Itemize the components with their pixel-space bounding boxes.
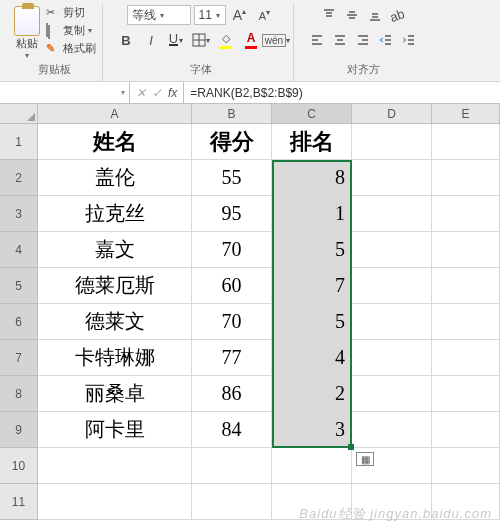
column-header-d[interactable]: D (352, 104, 432, 124)
cell-c3[interactable]: 1 (272, 196, 352, 232)
row-header-11[interactable]: 11 (0, 484, 38, 520)
cell-b8[interactable]: 86 (192, 376, 272, 412)
align-bottom-button[interactable] (364, 4, 386, 26)
cell-c8[interactable]: 2 (272, 376, 352, 412)
cancel-formula-button[interactable]: ✕ (136, 86, 146, 100)
row-header-6[interactable]: 6 (0, 304, 38, 340)
bold-button[interactable]: B (115, 29, 137, 51)
cell-d2[interactable] (352, 160, 432, 196)
cell-b2[interactable]: 55 (192, 160, 272, 196)
fill-color-button[interactable]: ◇ (215, 29, 237, 51)
cell-d11[interactable] (352, 484, 432, 520)
cell-c6[interactable]: 5 (272, 304, 352, 340)
column-header-b[interactable]: B (192, 104, 272, 124)
cell-d7[interactable] (352, 340, 432, 376)
copy-button[interactable]: 复制 ▾ (46, 22, 96, 39)
cell-a3[interactable]: 拉克丝 (38, 196, 192, 232)
cell-e3[interactable] (432, 196, 500, 232)
column-header-e[interactable]: E (432, 104, 500, 124)
cell-c10[interactable] (272, 448, 352, 484)
cell-b3[interactable]: 95 (192, 196, 272, 232)
header-name[interactable]: 姓名 (38, 124, 192, 160)
align-left-button[interactable] (306, 29, 328, 51)
select-all-corner[interactable] (0, 104, 38, 124)
cell-d8[interactable] (352, 376, 432, 412)
cell-d9[interactable] (352, 412, 432, 448)
fx-button[interactable]: fx (168, 86, 177, 100)
cell-a6[interactable]: 德莱文 (38, 304, 192, 340)
cell-e8[interactable] (432, 376, 500, 412)
header-rank[interactable]: 排名 (272, 124, 352, 160)
row-header-5[interactable]: 5 (0, 268, 38, 304)
formula-input[interactable]: =RANK(B2,B$2:B$9) (184, 82, 500, 103)
header-score[interactable]: 得分 (192, 124, 272, 160)
row-header-2[interactable]: 2 (0, 160, 38, 196)
autofill-options-button[interactable]: ▦ (356, 452, 374, 466)
row-header-7[interactable]: 7 (0, 340, 38, 376)
cell-a11[interactable] (38, 484, 192, 520)
decrease-indent-button[interactable] (375, 29, 397, 51)
cell-d5[interactable] (352, 268, 432, 304)
phonetic-button[interactable]: wén ▾ (265, 29, 287, 51)
cell-c9[interactable]: 3 (272, 412, 352, 448)
align-top-button[interactable] (318, 4, 340, 26)
cell-a8[interactable]: 丽桑卓 (38, 376, 192, 412)
cell-d4[interactable] (352, 232, 432, 268)
cut-button[interactable]: ✂ 剪切 (46, 4, 96, 21)
cell-c4[interactable]: 5 (272, 232, 352, 268)
align-center-button[interactable] (329, 29, 351, 51)
font-color-button[interactable]: A (240, 29, 262, 51)
decrease-font-button[interactable]: A▾ (254, 4, 276, 26)
cell-c2[interactable]: 8 (272, 160, 352, 196)
paste-button[interactable]: 粘贴 ▾ (12, 4, 42, 62)
increase-indent-button[interactable] (398, 29, 420, 51)
cell-b9[interactable]: 84 (192, 412, 272, 448)
orientation-button[interactable]: ab (387, 4, 409, 26)
cell-e7[interactable] (432, 340, 500, 376)
cell-b4[interactable]: 70 (192, 232, 272, 268)
align-middle-button[interactable] (341, 4, 363, 26)
cell-e5[interactable] (432, 268, 500, 304)
cell-e10[interactable] (432, 448, 500, 484)
cell-b6[interactable]: 70 (192, 304, 272, 340)
cell-d1[interactable] (352, 124, 432, 160)
cell-e6[interactable] (432, 304, 500, 340)
increase-font-button[interactable]: A▴ (229, 4, 251, 26)
row-header-9[interactable]: 9 (0, 412, 38, 448)
cell-e2[interactable] (432, 160, 500, 196)
cell-a2[interactable]: 盖伦 (38, 160, 192, 196)
cell-e9[interactable] (432, 412, 500, 448)
underline-button[interactable]: U▾ (165, 29, 187, 51)
cell-e11[interactable] (432, 484, 500, 520)
cell-b11[interactable] (192, 484, 272, 520)
cell-a9[interactable]: 阿卡里 (38, 412, 192, 448)
italic-button[interactable]: I (140, 29, 162, 51)
accept-formula-button[interactable]: ✓ (152, 86, 162, 100)
cell-b10[interactable] (192, 448, 272, 484)
row-header-1[interactable]: 1 (0, 124, 38, 160)
format-painter-button[interactable]: ✎ 格式刷 (46, 40, 96, 57)
cell-a4[interactable]: 嘉文 (38, 232, 192, 268)
column-header-c[interactable]: C (272, 104, 352, 124)
row-header-8[interactable]: 8 (0, 376, 38, 412)
row-header-3[interactable]: 3 (0, 196, 38, 232)
cell-d6[interactable] (352, 304, 432, 340)
cell-c5[interactable]: 7 (272, 268, 352, 304)
borders-button[interactable]: ▾ (190, 29, 212, 51)
cell-a10[interactable] (38, 448, 192, 484)
cell-e4[interactable] (432, 232, 500, 268)
cell-a5[interactable]: 德莱厄斯 (38, 268, 192, 304)
font-name-combo[interactable]: 等线 ▾ (127, 5, 191, 25)
cell-b7[interactable]: 77 (192, 340, 272, 376)
cell-c7[interactable]: 4 (272, 340, 352, 376)
cell-a7[interactable]: 卡特琳娜 (38, 340, 192, 376)
font-size-combo[interactable]: 11 ▾ (194, 5, 226, 25)
row-header-10[interactable]: 10 (0, 448, 38, 484)
align-right-button[interactable] (352, 29, 374, 51)
row-header-4[interactable]: 4 (0, 232, 38, 268)
cell-c11[interactable] (272, 484, 352, 520)
cell-d3[interactable] (352, 196, 432, 232)
column-header-a[interactable]: A (38, 104, 192, 124)
name-box[interactable]: ▾ (0, 82, 130, 103)
cell-b5[interactable]: 60 (192, 268, 272, 304)
